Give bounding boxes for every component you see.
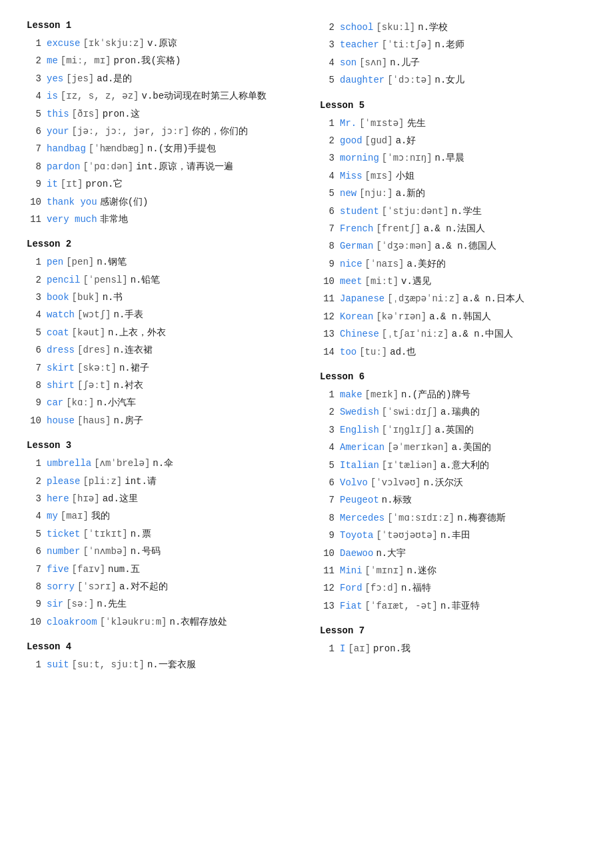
- vocab-phonetic: [səː]: [66, 597, 94, 611]
- vocab-phonetic: [dres]: [77, 343, 111, 357]
- vocab-word: Fiat: [340, 599, 362, 613]
- vocab-phonetic: [ˈpɑːdən]: [83, 159, 133, 174]
- vocab-word: Toyota: [340, 528, 373, 543]
- vocab-word: house: [47, 413, 75, 428]
- vocab-item: 4Miss[mɪs]小姐: [320, 169, 586, 183]
- vocab-phonetic: [ˈtəʊjəʊtə]: [376, 528, 438, 543]
- vocab-meaning: n.梅赛德斯: [457, 511, 506, 525]
- vocab-word: meet: [340, 274, 362, 289]
- vocab-word: new: [340, 186, 356, 201]
- vocab-number: 2: [27, 474, 41, 489]
- vocab-word: Mr.: [340, 116, 356, 131]
- vocab-meaning: a.英国的: [435, 423, 474, 437]
- vocab-phonetic: [faɪv]: [72, 562, 105, 577]
- vocab-meaning: n.沃尔沃: [424, 475, 463, 490]
- vocab-phonetic: [ˈɪŋglɪʃ]: [382, 423, 432, 437]
- vocab-phonetic: [ˈdɔːtə]: [387, 73, 432, 87]
- vocab-meaning: 小姐: [396, 169, 414, 183]
- vocab-meaning: a.瑞典的: [440, 405, 480, 419]
- vocab-item: 4American[əˈmerɪkən]a.美国的: [320, 440, 586, 455]
- vocab-item: 6your[jəː, jɔː, jər, jɔːr]你的，你们的: [27, 124, 293, 139]
- vocab-word: thank you: [47, 195, 97, 209]
- vocab-item: 4is[ɪz, s, z, əz]v.be动词现在时第三人称单数: [27, 89, 293, 103]
- vocab-phonetic: [haus]: [77, 413, 111, 428]
- lesson-title: Lesson 5: [320, 100, 586, 111]
- vocab-item: 8pardon[ˈpɑːdən]int.原谅，请再说一遍: [27, 159, 293, 174]
- vocab-meaning: a.& n.德国人: [435, 239, 496, 253]
- vocab-item: 7French[frentʃ]a.& n.法国人: [320, 221, 586, 236]
- vocab-item: 5this[ðɪs]pron.这: [27, 107, 293, 121]
- vocab-word: please: [47, 474, 80, 489]
- vocab-meaning: a.意大利的: [440, 458, 489, 473]
- vocab-word: excuse: [47, 36, 80, 51]
- vocab-item: 6number[ˈnʌmbə]n.号码: [27, 544, 293, 559]
- vocab-item: 1I[aɪ]pron.我: [320, 641, 586, 656]
- vocab-number: 3: [27, 290, 41, 305]
- vocab-word: son: [340, 55, 356, 70]
- vocab-number: 6: [27, 544, 41, 559]
- vocab-meaning: a.美好的: [406, 257, 446, 271]
- vocab-item: 10meet[miːt]v.遇见: [320, 274, 586, 289]
- vocab-item: 13Fiat[ˈfaɪæt, -ət]n.菲亚特: [320, 599, 586, 613]
- lesson-title: Lesson 3: [27, 440, 293, 451]
- vocab-meaning: n.(女用)手提包: [147, 141, 217, 156]
- vocab-phonetic: [njuː]: [359, 186, 392, 201]
- vocab-item: 5daughter[ˈdɔːtə]n.女儿: [320, 73, 586, 87]
- vocab-word: Swedish: [340, 405, 379, 419]
- vocab-number: 1: [27, 36, 41, 51]
- vocab-item: 6Volvo[ˈvɔlvəʊ]n.沃尔沃: [320, 475, 586, 490]
- vocab-item: 3morning[ˈmɔːnɪŋ]n.早晨: [320, 151, 586, 165]
- right-column: 2school[skuːl]n.学校3teacher[ˈtiːtʃə]n.老师4…: [320, 20, 586, 675]
- vocab-meaning: n.学生: [452, 204, 482, 219]
- vocab-meaning: int.请: [125, 474, 157, 489]
- vocab-word: too: [340, 345, 356, 359]
- vocab-number: 3: [320, 37, 334, 52]
- vocab-number: 8: [320, 239, 334, 253]
- vocab-word: Mini: [340, 563, 362, 578]
- lesson-title: Lesson 1: [27, 20, 293, 31]
- vocab-meaning: a.& n.韩国人: [429, 309, 490, 324]
- vocab-word: Volvo: [340, 475, 368, 490]
- vocab-number: 2: [27, 273, 41, 287]
- vocab-phonetic: [jes]: [66, 71, 94, 86]
- vocab-meaning: n.手表: [113, 307, 143, 322]
- vocab-word: good: [340, 133, 362, 148]
- vocab-word: is: [47, 89, 58, 103]
- lesson-title: Lesson 4: [27, 641, 293, 652]
- vocab-phonetic: [əˈmerɪkən]: [387, 440, 449, 455]
- vocab-phonetic: [buk]: [72, 290, 100, 305]
- vocab-meaning: n.大宇: [376, 546, 406, 561]
- vocab-meaning: a.好: [396, 133, 416, 148]
- vocab-meaning: pron.我: [373, 641, 410, 656]
- vocab-word: coat: [47, 325, 69, 340]
- vocab-phonetic: [ˌtʃaɪˈniːz]: [382, 327, 449, 341]
- vocab-word: here: [47, 491, 69, 506]
- vocab-item: 11Japanese[ˌdʒæpəˈniːz]a.& n.日本人: [320, 291, 586, 306]
- vocab-word: Daewoo: [340, 546, 373, 561]
- vocab-number: 11: [320, 563, 334, 578]
- vocab-meaning: n.儿子: [390, 55, 420, 70]
- vocab-item: 3English[ˈɪŋglɪʃ]a.英国的: [320, 423, 586, 437]
- vocab-number: 3: [320, 151, 334, 165]
- vocab-word: skirt: [47, 361, 75, 375]
- vocab-meaning: pron.我(宾格): [113, 53, 181, 68]
- vocab-meaning: 感谢你(们): [100, 195, 149, 209]
- left-column: Lesson 11excuse[ɪkˈskjuːz]v.原谅2me[miː, m…: [27, 20, 293, 675]
- vocab-phonetic: [ɪz, s, z, əz]: [61, 89, 139, 103]
- vocab-item: 10thank you感谢你(们): [27, 195, 293, 209]
- vocab-item: 2Swedish[ˈswiːdɪʃ]a.瑞典的: [320, 405, 586, 419]
- vocab-meaning: n.一套衣服: [147, 657, 196, 672]
- vocab-meaning: v.be动词现在时第三人称单数: [142, 89, 267, 103]
- vocab-phonetic: [ʃəːt]: [77, 378, 111, 393]
- vocab-number: 4: [320, 169, 334, 183]
- vocab-phonetic: [ˌdʒæpəˈniːz]: [387, 291, 460, 306]
- vocab-item: 8German[ˈdʒəːmən]a.& n.德国人: [320, 239, 586, 253]
- vocab-item: 5ticket[ˈtɪkɪt]n.票: [27, 527, 293, 541]
- vocab-meaning: n.迷你: [407, 563, 437, 578]
- vocab-number: 14: [320, 345, 334, 359]
- vocab-phonetic: [ˈkləukruːm]: [100, 615, 167, 629]
- vocab-number: 4: [27, 89, 41, 103]
- vocab-number: 10: [27, 413, 41, 428]
- vocab-meaning: n.房子: [113, 413, 143, 428]
- vocab-meaning: int.原谅，请再说一遍: [136, 159, 233, 174]
